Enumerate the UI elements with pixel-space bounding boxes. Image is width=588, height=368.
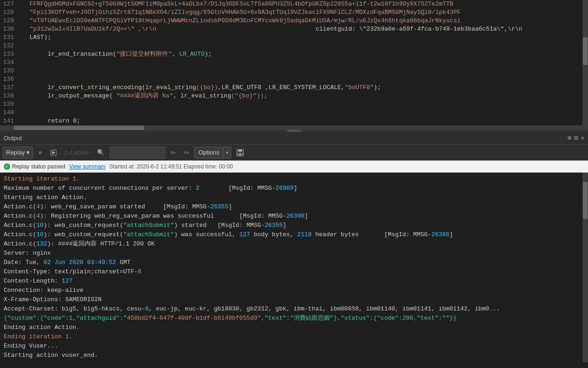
output-token: Starting action vuser_end. (4, 352, 98, 359)
replay-dropdown-arrow: ▾ (26, 149, 30, 156)
output-token: Content-Length: (4, 278, 62, 284)
status-time: Started at: 2020-6-2 11:49:51 Elapsed ti… (109, 163, 233, 170)
output-token: 4 (36, 203, 40, 210)
save-button[interactable] (233, 147, 247, 159)
line-content: return 0; (19, 117, 80, 125)
output-token: 26355 (265, 222, 283, 229)
output-token: ): web_custom_request( (44, 231, 124, 238)
output-token: 4 (36, 213, 40, 220)
code-line: 130 "p312wIwIx4IlB7UaDU1kf/2Q==\" ,\r\n … (0, 25, 582, 33)
search-input[interactable] (110, 147, 165, 159)
view-summary-link[interactable]: View summary (69, 163, 105, 170)
prev-search-button[interactable]: ⇦ (167, 147, 179, 159)
output-token: GMT (116, 259, 131, 266)
output-token: 8 (138, 268, 142, 275)
output-token: ] (283, 222, 287, 229)
code-v-scrollbar-thumb[interactable] (583, 37, 588, 65)
output-line: Maximum number of concurrent connections… (4, 184, 579, 193)
replay-dropdown[interactable]: Replay ▾ (3, 147, 33, 159)
output-token: 10 (36, 231, 44, 238)
code-token: "boUTF8" (345, 84, 373, 91)
code-token: "接口提交材料附件" (117, 51, 172, 58)
code-token: ); (374, 84, 381, 91)
output-token: 02 Jun 2020 03:49:52 (44, 259, 116, 266)
output-line: Content-Type: text/plain;charset=UTF-8 (4, 267, 579, 277)
locate-button[interactable]: ▷ Locate (62, 147, 92, 159)
code-line: 128 "Fpi13KOffveh+JSOTjOihzXZrt871q1NBkX… (0, 8, 582, 17)
code-vertical-scrollbar[interactable] (582, 0, 588, 130)
output-line: {"custom":{"code":1,"attachguid":"450bd2… (4, 314, 579, 323)
output-token: 26989 (275, 185, 294, 192)
panel-splitter[interactable] (0, 130, 588, 132)
line-number: 141 (0, 117, 19, 125)
output-line: Action.c(10): web_custom_request("attach… (4, 221, 579, 230)
output-token: 8 (145, 305, 149, 312)
options-label[interactable]: Options (195, 148, 223, 157)
status-text: Replay status passed (12, 163, 65, 170)
output-token: 26355 (210, 203, 229, 210)
output-token: Action.c( (4, 203, 36, 210)
code-main: 127 FFRFQgdHGMdxFGNC92+gT50G8WjtSOMF1iMO… (0, 0, 582, 130)
svg-rect-3 (238, 149, 242, 152)
options-group: Options ▾ (194, 147, 231, 159)
code-token: ,LR_ENC_UTF8 ,LR_ENC_SYSTEM_LOCALE, (218, 84, 345, 91)
next-search-button[interactable]: ⇨ (181, 147, 192, 159)
output-toolbar: Replay ▾ ■ ▷ Locate 🔍 ⇦ ⇨ Options ▾ (0, 145, 588, 161)
code-line: 134 (0, 58, 582, 67)
code-line: 135 (0, 67, 582, 75)
output-content[interactable]: Starting iteration 1.Maximum number of c… (0, 173, 582, 362)
code-line: 140 (0, 109, 582, 117)
output-token: "attachSubmit" (123, 231, 174, 238)
output-token: 450bd2f4-647f-40df-b1df-b6149bf055d9 (127, 315, 257, 322)
code-line: 129 "vT9TUAEwxEclDS0eANTFCPQSiVfP19tHqap… (0, 17, 582, 25)
save-run-icon (50, 149, 57, 156)
save-run-button[interactable] (47, 147, 60, 159)
output-token: ) started [MsgId: MMSG- (174, 222, 265, 229)
output-token: Starting iteration 1. (4, 175, 80, 182)
output-token: , euc-jp, euc-kr, gb18030, gb2312, gbk, … (149, 305, 489, 312)
options-dropdown-arrow[interactable]: ▾ (223, 147, 231, 158)
code-line: 131 LAST); (0, 33, 582, 42)
horizontal-scrollbar[interactable] (0, 125, 582, 130)
line-content: lr_end_transaction("接口提交材料附件", LR_AUTO); (19, 50, 212, 58)
output-token: Starting action Action. (4, 194, 87, 201)
maximize-icon[interactable]: ⧉ (574, 135, 578, 142)
line-number: 138 (0, 92, 19, 100)
svg-marker-1 (52, 151, 55, 155)
output-vertical-scrollbar[interactable] (582, 173, 588, 362)
code-token: "Fpi13KOffveh+JSOTjOihzXZrt871q1NBkXO4/i… (19, 9, 461, 16)
output-line: Date: Tue, 02 Jun 2020 03:49:52 GMT (4, 258, 579, 267)
output-v-scrollbar-thumb[interactable] (583, 182, 588, 219)
stop-button[interactable]: ■ (35, 147, 45, 159)
output-token: ): ####返回内容 HTTP/1.1 200 OK (47, 240, 155, 247)
output-line: Action.c(10): web_custom_request("attach… (4, 230, 579, 239)
code-line: 141 return 0; (0, 117, 582, 125)
output-token: ] (450, 231, 453, 238)
output-token: Maximum number of concurrent connections… (4, 185, 196, 192)
output-line: Ending action Action. (4, 323, 579, 332)
output-token: Content-Type: text/plain;charset=UTF- (4, 268, 138, 275)
output-token: ] (305, 213, 308, 220)
status-bar: ✓ Replay status passed View summary Star… (0, 161, 588, 173)
code-token: lr_convert_string_encoding (47, 84, 142, 91)
code-token: ( (109, 92, 117, 99)
line-content: FFRFQgdHGMdxFGNC92+gT50G8WjtSOMF1iMOpaSk… (19, 0, 453, 8)
output-token: Action.c( (4, 240, 36, 247)
pass-check-icon: ✓ (4, 163, 10, 170)
output-token: ): web_custom_request( (44, 222, 124, 229)
output-token: header bytes [MsgId: MMSG- (312, 231, 431, 238)
line-number: 136 (0, 75, 19, 84)
pin-icon[interactable]: ⊞ (568, 135, 571, 142)
search-button[interactable]: 🔍 (94, 147, 108, 159)
close-icon[interactable]: ✕ (581, 135, 584, 142)
line-number: 140 (0, 109, 19, 117)
output-wrapper: Starting iteration 1.Maximum number of c… (0, 173, 588, 362)
save-icon (236, 149, 244, 156)
output-line: Ending iteration 1. (4, 332, 579, 342)
output-token: Server: nginx (4, 250, 51, 257)
output-token: ] (229, 203, 232, 210)
output-token: [MsgId: MMSG- (199, 185, 275, 192)
code-token: ({bo}) (196, 84, 218, 91)
h-scrollbar-thumb[interactable] (14, 126, 144, 130)
output-token: 127 (62, 278, 72, 284)
